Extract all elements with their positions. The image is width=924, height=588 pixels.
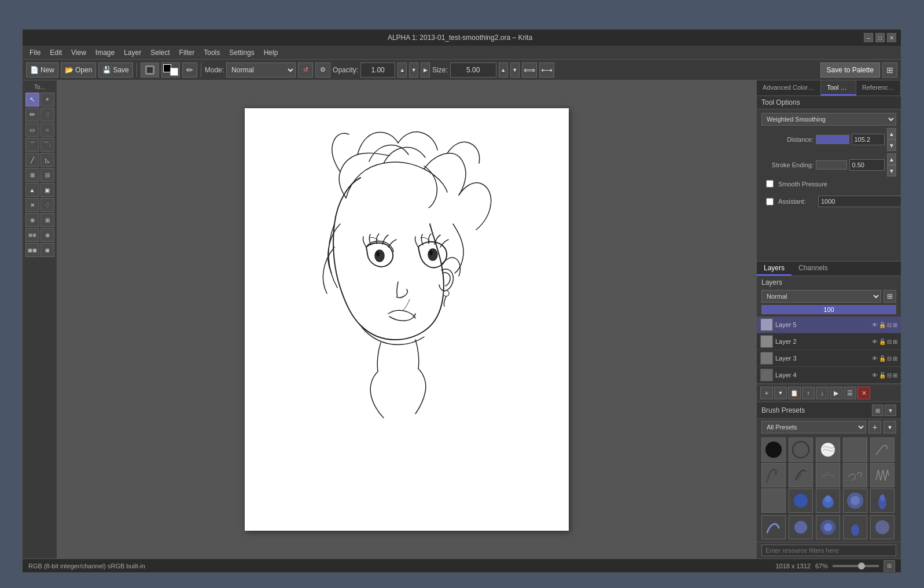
brush-view-btn[interactable]: ⊞ [872,405,883,416]
opacity-bar[interactable]: 100 [761,305,896,314]
layers-mode-select[interactable]: Normal [761,290,881,303]
link-icon-3[interactable]: ⊞ [893,355,897,362]
lock-icon-3[interactable]: 🔓 [879,355,886,362]
eye-icon-4[interactable]: 👁 [872,372,878,378]
tab-reference[interactable]: Reference I... [856,80,901,95]
ruler-button[interactable]: ⊞⊞ [25,228,39,242]
menu-settings[interactable]: Settings [224,47,259,58]
lock-icon-4[interactable]: 🔓 [879,372,886,378]
smooth-pressure-checkbox[interactable] [766,180,774,188]
brush-preset-6[interactable] [761,463,786,487]
layer-type-btn[interactable]: ▼ [774,387,787,399]
layer-item-2[interactable]: Layer 2 👁 🔓 ⊟ ⊞ [757,333,901,350]
alpha-icon-3[interactable]: ⊟ [887,355,892,362]
distance-slider[interactable] [816,135,849,144]
ellipse-button[interactable]: ○ [41,123,54,137]
tab-advanced-color[interactable]: Advanced Color Sel... [757,80,821,95]
brush-preset-4[interactable] [843,438,867,462]
menu-layer[interactable]: Layer [119,47,146,58]
flip-button[interactable]: ⟷ [539,63,554,78]
link-icon-2[interactable]: ⊞ [893,339,897,345]
brush-settings-button[interactable] [141,63,159,78]
alpha-icon-4[interactable]: ⊟ [887,372,892,378]
brush-preset-20[interactable] [870,515,894,539]
brush-preset-11[interactable] [761,488,786,513]
menu-edit[interactable]: Edit [45,47,67,58]
alpha-icon[interactable]: ⊟ [887,322,892,328]
copy-layer-btn[interactable]: 📋 [788,387,801,399]
layer-item-3[interactable]: Layer 3 👁 🔓 ⊟ ⊞ [757,350,901,367]
palette-options-button[interactable]: ⊞ [882,63,897,78]
alpha-icon-2[interactable]: ⊟ [887,339,892,345]
eye-icon[interactable]: 👁 [872,322,878,328]
reset-button[interactable]: ↺ [298,63,313,78]
save-to-palette-button[interactable]: Save to Palette [820,63,880,78]
save-button[interactable]: 💾 Save [98,63,132,78]
distance-spin-down[interactable]: ▼ [887,139,896,151]
link-icon-4[interactable]: ⊞ [893,372,897,378]
brush-preset-7[interactable] [789,463,813,487]
settings-small-button[interactable]: ⚙ [315,63,330,78]
menu-select[interactable]: Select [146,47,174,58]
move-layer-down-btn[interactable]: ↓ [816,387,829,399]
maximize-button[interactable]: □ [875,33,885,42]
tab-channels[interactable]: Channels [792,262,835,275]
layer-play-btn[interactable]: ▶ [830,387,842,399]
assistant-input[interactable] [818,196,901,207]
menu-view[interactable]: View [67,47,91,58]
dots-button[interactable]: ⁚⁚ [41,108,54,122]
smoothing-select[interactable]: Weighted Smoothing [761,113,896,126]
assistant-button[interactable]: ⊕ [41,228,54,242]
arrow-tool-button[interactable]: ↖ [25,93,39,106]
fill-button[interactable]: ▲ [25,183,39,197]
color-picker-button[interactable] [161,63,180,78]
eye-icon-2[interactable]: 👁 [872,339,878,345]
polyline-button[interactable]: ⌒. [41,138,54,152]
layer-item-5[interactable]: Layer 5 👁 🔓 ⊟ ⊞ [757,317,901,333]
poly-select-button[interactable]: ◺ [41,153,54,167]
opacity-input[interactable] [360,63,395,78]
brush-preset-18[interactable] [816,515,840,539]
brush-filter-select[interactable]: All Presets [761,421,866,433]
size-arrow-down[interactable]: ▼ [510,63,520,78]
new-button[interactable]: 📄 New [26,63,58,78]
menu-help[interactable]: Help [259,47,283,58]
lock-icon-2[interactable]: 🔓 [879,339,886,345]
canvas-area[interactable] [57,80,756,558]
brush-preset-15[interactable] [870,488,894,513]
lock-icon[interactable]: 🔓 [879,322,886,328]
menu-image[interactable]: Image [91,47,119,58]
freehand-brush-button[interactable]: ✏ [25,108,39,122]
stroke-ending-slider[interactable] [816,160,847,170]
zoom-slider[interactable] [833,565,879,567]
minimize-button[interactable]: – [864,33,873,42]
brush-preset-13[interactable] [816,488,840,513]
assistant-checkbox[interactable] [766,198,774,205]
zoom-button[interactable]: ⊕ [25,213,39,227]
pan-button[interactable]: ⊞ [41,213,54,227]
brush-options-btn[interactable]: ▼ [885,405,896,416]
freehand-select-button[interactable]: ⌖ [41,93,54,106]
mirror-button[interactable]: ⟺ [522,63,537,78]
stroke-ending-spin-up[interactable]: ▲ [887,153,896,165]
move-layer-up-btn[interactable]: ↑ [802,387,815,399]
add-layer-btn[interactable]: + [760,387,773,399]
tab-layers[interactable]: Layers [757,262,792,275]
eye-icon-3[interactable]: 👁 [872,355,878,362]
distance-input[interactable] [852,134,885,145]
opacity-menu[interactable]: ▶ [421,63,430,78]
brush-preset-12[interactable] [789,488,813,513]
layer-options-btn[interactable]: ⊞ [883,290,896,303]
vector-button[interactable]: ▦ [41,243,54,257]
opacity-arrow-down[interactable]: ▼ [409,63,418,78]
size-arrow-up[interactable]: ▲ [499,63,508,78]
layer-list-btn[interactable]: ☰ [844,387,856,399]
menu-filter[interactable]: Filter [175,47,200,58]
brush-preset-2[interactable] [789,438,813,462]
brush-tool-button[interactable]: ✏ [182,63,197,78]
resource-filter-input[interactable] [761,545,896,556]
zoom-fit-btn[interactable]: ⊞ [883,560,895,572]
brush-preset-19[interactable] [843,515,867,539]
brush-preset-14[interactable] [843,488,867,513]
bezier-button[interactable]: ⌒ [25,138,39,152]
